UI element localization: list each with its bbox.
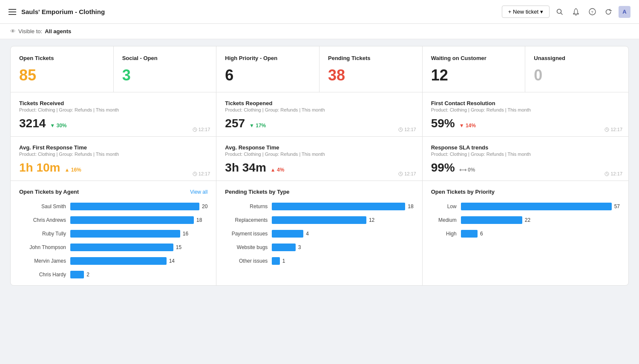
bar-fill <box>70 216 194 224</box>
metric-time: 12:17 <box>604 127 622 132</box>
metric-value: 3h 34m <box>225 161 266 175</box>
metric-title: Tickets Received <box>19 100 207 106</box>
stat-label: Pending Tickets <box>328 55 414 61</box>
svg-line-1 <box>561 13 563 14</box>
help-icon[interactable]: ? <box>586 6 598 18</box>
header-right: + New ticket ▾ ? A <box>502 6 630 18</box>
bar-row: Chris Andrews 18 <box>19 216 207 224</box>
metric-value: 257 <box>225 117 245 130</box>
bar-fill <box>272 257 279 265</box>
metric-card-metrics-row-1-1: Tickets Reopened Product: Clothing | Gro… <box>216 92 422 136</box>
bar-label: High <box>431 231 457 237</box>
header-left: Sauls' Emporium - Clothing <box>9 8 105 15</box>
metric-trend: ▼ 30% <box>50 123 66 129</box>
bar-label: Saul Smith <box>19 203 66 209</box>
bar-track: 18 <box>272 203 413 210</box>
metric-card-metrics-row-1-2: First Contact Resolution Product: Clothi… <box>423 92 628 136</box>
bar-label: Chris Hardy <box>19 272 66 278</box>
bar-value: 22 <box>525 217 530 223</box>
stat-card-4[interactable]: Waiting on Customer 12 <box>423 46 526 92</box>
chart-header: Open Tickets by Agent View all <box>19 189 207 195</box>
metric-value-row: 257 ▼ 17% <box>225 117 413 130</box>
stat-value: 85 <box>19 66 105 84</box>
metric-trend: ▼ 17% <box>249 123 266 129</box>
search-icon[interactable] <box>554 6 566 18</box>
avatar[interactable]: A <box>619 6 630 18</box>
metric-value-row: 1h 10m ▲ 16% <box>19 161 207 175</box>
bar-chart: Low 57 Medium 22 High 6 <box>431 203 620 238</box>
metric-time: 12:17 <box>193 127 210 132</box>
chevron-down-icon: ▾ <box>540 9 543 15</box>
bar-value: 14 <box>169 258 175 264</box>
bar-row: Low 57 <box>431 203 620 210</box>
bar-track: 18 <box>70 216 207 224</box>
notifications-icon[interactable] <box>570 6 582 18</box>
bar-label: Low <box>431 203 457 209</box>
stat-value: 12 <box>431 66 517 84</box>
bar-value: 20 <box>202 203 207 209</box>
bar-fill <box>70 203 199 210</box>
chart-header: Pending Tickets by Type <box>225 189 413 195</box>
bar-row: Website bugs 3 <box>225 244 413 251</box>
metric-sub: Product: Clothing | Group: Refunds | Thi… <box>225 107 413 112</box>
bar-track: 12 <box>272 216 413 224</box>
metric-value-row: 99% ⟷ 0% <box>431 161 620 175</box>
bar-track: 4 <box>272 230 413 238</box>
view-all-link[interactable]: View all <box>190 189 207 195</box>
menu-icon[interactable] <box>9 9 16 15</box>
bar-fill <box>461 203 612 210</box>
bar-track: 20 <box>70 203 207 210</box>
bar-label: Returns <box>225 203 268 209</box>
visible-bar: 👁 Visible to: All agents <box>0 24 639 39</box>
svg-text:?: ? <box>591 10 593 14</box>
bar-fill <box>272 244 295 251</box>
bar-label: Chris Andrews <box>19 217 66 223</box>
svg-line-10 <box>401 129 402 130</box>
chart-title: Pending Tickets by Type <box>225 189 289 195</box>
bar-track: 14 <box>70 257 207 265</box>
metric-value-row: 3h 34m ▲ 4% <box>225 161 413 175</box>
bar-value: 12 <box>369 217 374 223</box>
chart-card: Open Tickets by Priority Low 57 Medium 2… <box>423 181 628 285</box>
chart-header: Open Tickets by Priority <box>431 189 620 195</box>
dashboard: Open Tickets 85Social - Open 3High Prior… <box>10 46 629 286</box>
bar-value: 1 <box>282 258 285 264</box>
bar-track: 1 <box>272 257 413 265</box>
bar-row: Other issues 1 <box>225 257 413 265</box>
bar-label: Replacements <box>225 217 268 223</box>
bar-value: 16 <box>183 231 188 237</box>
bar-row: Medium 22 <box>431 216 620 224</box>
bar-fill <box>272 203 405 210</box>
bar-fill <box>272 216 366 224</box>
bar-row: High 6 <box>431 230 620 238</box>
metric-sub: Product: Clothing | Group: Refunds | Thi… <box>431 107 620 112</box>
new-ticket-button[interactable]: + New ticket ▾ <box>502 6 550 18</box>
metric-trend: ▲ 16% <box>65 167 81 173</box>
stat-card-3[interactable]: Pending Tickets 38 <box>320 46 423 92</box>
chart-card: Pending Tickets by Type Returns 18 Repla… <box>216 181 422 285</box>
metric-time: 12:17 <box>398 171 416 176</box>
bar-label: John Thompson <box>19 244 66 250</box>
stat-value: 38 <box>328 66 414 84</box>
eye-icon: 👁 <box>10 28 16 34</box>
refresh-icon[interactable] <box>602 6 614 18</box>
bar-row: Mervin James 14 <box>19 257 207 265</box>
visible-value: All agents <box>45 28 71 34</box>
stat-card-0[interactable]: Open Tickets 85 <box>11 46 114 92</box>
metrics-row-2: Avg. First Response Time Product: Clothi… <box>11 137 628 181</box>
bar-label: Mervin James <box>19 258 66 264</box>
bar-track: 2 <box>70 271 207 278</box>
stat-card-2[interactable]: High Priority - Open 6 <box>216 46 320 92</box>
bar-fill <box>461 230 478 238</box>
stat-card-5[interactable]: Unassigned 0 <box>525 46 628 92</box>
bar-row: Saul Smith 20 <box>19 203 207 210</box>
metric-card-metrics-row-2-1: Avg. Response Time Product: Clothing | G… <box>216 137 422 181</box>
metric-title: Avg. Response Time <box>225 144 413 151</box>
bar-row: Replacements 12 <box>225 216 413 224</box>
bar-label: Other issues <box>225 258 268 264</box>
metric-time: 12:17 <box>604 171 622 176</box>
svg-line-16 <box>195 174 196 175</box>
chart-title: Open Tickets by Agent <box>19 189 79 195</box>
bar-value: 4 <box>306 231 309 237</box>
stat-card-1[interactable]: Social - Open 3 <box>114 46 217 92</box>
